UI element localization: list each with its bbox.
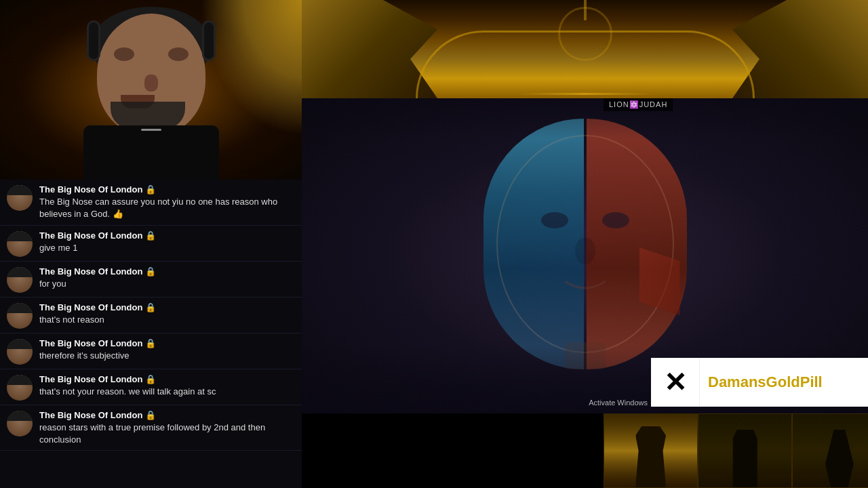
chat-item: The Big Nose Of London 🔒 for you <box>0 262 302 298</box>
thumb-1 <box>604 413 698 488</box>
top-banner <box>302 0 868 98</box>
activate-windows-text: Activate Windows <box>589 399 648 407</box>
chat-message: therefore it's subjective <box>39 350 130 361</box>
svg-point-1 <box>541 212 568 228</box>
webcam-area <box>0 0 302 180</box>
channel-prefix: Damans <box>708 373 766 390</box>
chat-username: The Big Nose Of London 🔒 <box>39 410 156 420</box>
x-logo-icon: ✕ <box>664 367 687 398</box>
chat-text: The Big Nose Of London 🔒 for you <box>39 266 295 290</box>
chat-list: The Big Nose Of London 🔒 The Big Nose ca… <box>0 180 302 451</box>
thumb-2 <box>698 413 792 488</box>
chat-panel: The Big Nose Of London 🔒 The Big Nose ca… <box>0 180 302 488</box>
avatar <box>7 411 33 436</box>
chat-message: that's not your reason. we will talk aga… <box>39 386 216 396</box>
chat-item: The Big Nose Of London 🔒 that's not reas… <box>0 298 302 333</box>
svg-point-2 <box>602 212 629 228</box>
chat-item: The Big Nose Of London 🔒 reason stars wi… <box>0 405 302 451</box>
chat-text: The Big Nose Of London 🔒 reason stars wi… <box>39 409 295 447</box>
channel-highlight: Gold <box>766 373 800 390</box>
chat-username: The Big Nose Of London 🔒 <box>39 184 156 195</box>
chat-item: The Big Nose Of London 🔒 give me 1 <box>0 226 302 262</box>
headphone-right <box>202 20 216 61</box>
chat-text: The Big Nose Of London 🔒 therefore it's … <box>39 338 295 362</box>
chat-message: The Big Nose can assure you not yiu no o… <box>39 197 277 219</box>
avatar <box>7 339 33 365</box>
face-visualization <box>484 112 687 383</box>
left-panel: The Big Nose Of London 🔒 The Big Nose ca… <box>0 0 302 488</box>
streamer-webcam <box>50 0 253 180</box>
person-body <box>83 125 219 180</box>
chat-username: The Big Nose Of London 🔒 <box>39 230 156 241</box>
avatar <box>7 231 33 257</box>
chat-message: give me 1 <box>39 243 77 253</box>
chat-item: The Big Nose Of London 🔒 therefore it's … <box>0 333 302 369</box>
chat-message: for you <box>39 279 66 289</box>
chat-username: The Big Nose Of London 🔒 <box>39 302 156 312</box>
chat-item: The Big Nose Of London 🔒 The Big Nose ca… <box>0 180 302 226</box>
thumbnails-strip <box>604 413 868 488</box>
x-channel-overlay[interactable]: ✕ DamansGoldPill <box>651 358 868 407</box>
main-content: LION🔯JUDAH <box>302 0 868 488</box>
chat-text: The Big Nose Of London 🔒 that's not reas… <box>39 302 295 326</box>
headphone-left <box>87 20 100 61</box>
avatar <box>7 375 33 401</box>
avatar <box>7 267 33 293</box>
avatar <box>7 303 33 329</box>
chat-text: The Big Nose Of London 🔒 The Big Nose ca… <box>39 184 295 221</box>
chat-username: The Big Nose Of London 🔒 <box>39 374 156 384</box>
chat-username: The Big Nose Of London 🔒 <box>39 266 156 277</box>
lion-judah-channel-label: LION🔯JUDAH <box>604 98 673 111</box>
person-head <box>97 14 205 136</box>
channel-suffix: Pill <box>800 373 823 390</box>
avatar <box>7 185 33 211</box>
chat-message: that's not reason <box>39 314 104 325</box>
chat-text: The Big Nose Of London 🔒 give me 1 <box>39 230 295 254</box>
x-channel-name: DamansGoldPill <box>700 373 831 391</box>
thumb-3 <box>792 413 868 488</box>
x-logo-box: ✕ <box>651 358 700 407</box>
chat-item: The Big Nose Of London 🔒 that's not your… <box>0 369 302 405</box>
chat-message: reason stars with a true premise followe… <box>39 422 265 445</box>
chat-text: The Big Nose Of London 🔒 that's not your… <box>39 373 295 398</box>
chat-username: The Big Nose Of London 🔒 <box>39 338 156 348</box>
